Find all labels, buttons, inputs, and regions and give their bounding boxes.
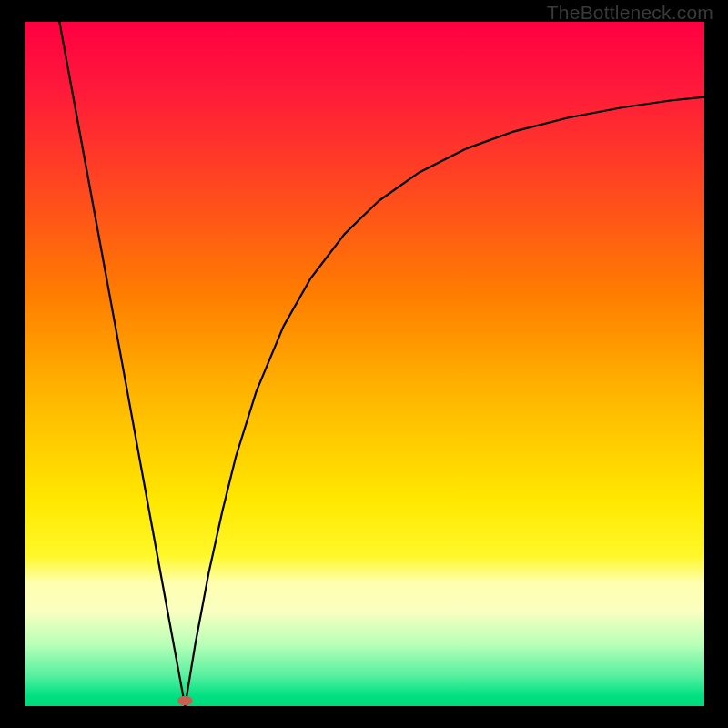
chart-svg xyxy=(25,22,704,706)
optimum-marker xyxy=(177,696,192,706)
watermark-text: TheBottleneck.com xyxy=(547,2,713,24)
plot-area xyxy=(25,22,704,706)
gradient-background xyxy=(25,22,704,706)
chart-frame: TheBottleneck.com xyxy=(0,0,728,728)
